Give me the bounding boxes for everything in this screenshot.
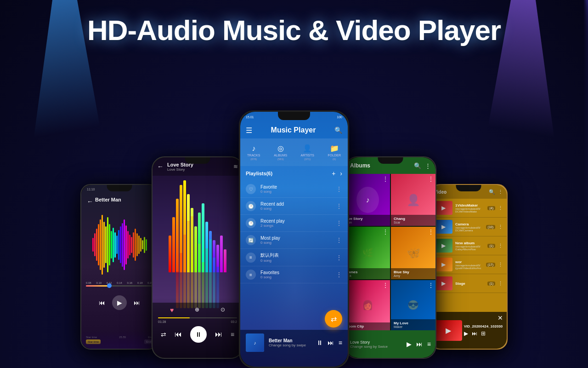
phone3-bottom-song-sub: Change song by swipe <box>269 343 312 347</box>
phone-video: Video 🔍 ⋮ ▶ 1VideoMaker /storage/emulate… <box>430 184 508 350</box>
video-item-new-album[interactable]: ▶ New album /storage/emulated/0/GalayAlb… <box>430 236 507 255</box>
phone1-prev-button[interactable]: ⏮ <box>99 299 105 306</box>
album-cell-games[interactable]: 🌿 ames ck ⋮ <box>345 227 390 279</box>
phone2-shuffle-icon[interactable]: ⇄ <box>161 331 166 338</box>
phone2-heart-icon[interactable]: ♥ <box>170 306 174 314</box>
most-play-more-icon[interactable]: ⋮ <box>336 236 342 244</box>
phone5-search-icon[interactable]: 🔍 <box>489 189 495 195</box>
album-cell-blue-sky[interactable]: 🦋 Blue Sky Amy ⋮ <box>391 227 435 279</box>
playlist-more-button[interactable]: › <box>340 170 342 177</box>
video4-more-icon[interactable]: ⋮ <box>498 262 503 268</box>
video2-more-icon[interactable]: ⋮ <box>498 224 503 230</box>
playlist-item-most-play[interactable]: 🔄 Most play 0 song ⋮ <box>240 232 348 249</box>
recent-play-count: 2 songs <box>260 224 331 228</box>
playlist-add-button[interactable]: + <box>332 170 335 177</box>
phone1-bottom-fade <box>81 330 158 349</box>
phone3-next-button[interactable]: ⏭ <box>328 339 334 346</box>
album-cell-room-clip[interactable]: 👩 oom Clip ⋮ <box>345 280 390 330</box>
phone2-add-icon[interactable]: ⊕ <box>195 306 199 314</box>
phone3-search-icon[interactable]: 🔍 <box>334 126 342 134</box>
video2-count: (10) <box>486 225 495 229</box>
video1-more-icon[interactable]: ⋮ <box>498 205 503 211</box>
playlist-item-default[interactable]: ≡ 默认列表 0 song ⋮ <box>240 249 348 266</box>
phone1-next-button[interactable]: ⏭ <box>134 299 140 306</box>
popup-grid-button[interactable]: ⊞ <box>481 330 486 337</box>
phone1-screen: 11:10 ← Better Man <box>81 185 158 349</box>
phone5-popup-close-button[interactable]: ✕ <box>498 314 503 322</box>
phone4-next-button[interactable]: ⏭ <box>416 340 423 348</box>
phone2-prev-button[interactable]: ⏮ <box>175 330 182 339</box>
phone2-list-icon[interactable]: ≡ <box>231 331 234 338</box>
phone4-more-icon[interactable]: ⋮ <box>425 162 431 169</box>
playlist-actions: + › <box>332 170 342 177</box>
phone1-song-title: Better Man <box>95 197 121 202</box>
video-item-camera[interactable]: ▶ Camera /storage/emulated/0/DCIM/Camera… <box>430 218 507 236</box>
album2-more-icon[interactable]: ⋮ <box>428 176 434 182</box>
phone2-equalizer-icon[interactable]: ≋ <box>233 163 238 170</box>
favorites-more-icon[interactable]: ⋮ <box>336 271 342 278</box>
phone2-progress-bar[interactable] <box>158 317 237 318</box>
default-list-more-icon[interactable]: ⋮ <box>336 254 342 261</box>
video-item-stage[interactable]: ▶ Stage (1) ⋮ <box>430 274 507 293</box>
album4-more-icon[interactable]: ⋮ <box>428 229 434 235</box>
phone1-back-icon[interactable]: ← <box>87 198 93 205</box>
video4-name: wor <box>455 260 483 264</box>
playlist-item-recent-add[interactable]: 🕐 Recent add 0 song ⋮ <box>240 198 348 215</box>
popup-video-name: VID_20200424_102030 <box>464 324 503 328</box>
video-item-wor[interactable]: ▶ wor /storage/emulated/0/ijjysdt/VideoE… <box>430 255 507 274</box>
recent-add-icon: 🕐 <box>246 201 256 211</box>
album-cell-love-story[interactable]: ♪ ve Story on ⋮ <box>345 174 390 226</box>
tab-albums[interactable]: ◎ ALBUMS (583) <box>267 138 294 166</box>
phone4-screen: Albums 🔍 ⋮ ♪ ve Story on ⋮ <box>345 157 435 358</box>
artists-icon: 👤 <box>303 144 312 153</box>
video3-more-icon[interactable]: ⋮ <box>498 243 503 249</box>
popup-play-button[interactable]: ▶ <box>464 330 468 337</box>
tab-folder[interactable]: 📁 FOLDER (6) <box>321 138 348 166</box>
phone4-search-icon[interactable]: 🔍 <box>414 162 421 169</box>
recent-play-more-icon[interactable]: ⋮ <box>336 219 342 227</box>
phone1-progress-thumb[interactable] <box>107 283 112 288</box>
favorites-count: 0 song <box>260 275 331 279</box>
album4-overlay: Blue Sky Amy <box>391 268 435 279</box>
favorite-more-icon[interactable]: ⋮ <box>336 185 342 193</box>
folder-icon: 📁 <box>330 144 339 153</box>
phone2-back-button[interactable]: ← <box>157 163 164 170</box>
phone3-shuffle-fab[interactable]: ⇄ <box>325 310 342 328</box>
phone1-waveform <box>84 210 155 279</box>
album-cell-chang[interactable]: 👤 Chang Scar ⋮ <box>391 174 435 226</box>
phone4-play-button[interactable]: ▶ <box>407 340 412 348</box>
album3-more-icon[interactable]: ⋮ <box>383 229 388 235</box>
phone1-progress-bar[interactable] <box>86 285 153 287</box>
phone3-playlist-button[interactable]: ≡ <box>339 339 342 346</box>
recent-add-more-icon[interactable]: ⋮ <box>336 202 342 210</box>
phone4-playlist-button[interactable]: ≡ <box>427 340 431 348</box>
phone3-playlist-header: Playlists(6) + › <box>240 166 348 181</box>
tracks-label: TRACKS <box>247 154 260 157</box>
phone1-play-button[interactable]: ▶ <box>112 295 127 310</box>
popup-video-info: VID_20200424_102030 ▶ ⏭ ⊞ <box>464 324 503 337</box>
album6-more-icon[interactable]: ⋮ <box>428 282 434 288</box>
playlist-item-recent-play[interactable]: 🕐 Recent play 2 songs ⋮ <box>240 215 348 232</box>
album1-more-icon[interactable]: ⋮ <box>383 176 388 182</box>
popup-next-button[interactable]: ⏭ <box>472 330 477 337</box>
tracks-count: (878) <box>250 158 257 161</box>
phone5-more-icon[interactable]: ⋮ <box>498 189 503 195</box>
video5-more-icon[interactable]: ⋮ <box>498 281 503 287</box>
phone2-play-button[interactable]: ⏸ <box>190 326 207 343</box>
albums-icon: ◎ <box>277 144 284 153</box>
album-cell-my-love[interactable]: 😎 My Love Maker ⋮ <box>391 280 435 330</box>
phone1-progress-area[interactable]: 0.080.100.120.140.160.180.20 <box>86 282 153 287</box>
playlist-item-favorites[interactable]: ≡ Favorites 0 song ⋮ <box>240 266 348 283</box>
tab-tracks[interactable]: ♪ TRACKS (878) <box>240 138 267 166</box>
phone3-menu-icon[interactable]: ☰ <box>246 126 252 135</box>
phone2-zoom-icon[interactable]: ⊙ <box>220 306 225 314</box>
phone2-next-button[interactable]: ⏭ <box>215 330 222 339</box>
playlist-item-favorite[interactable]: ♡ Favorite 0 song ⋮ <box>240 181 348 198</box>
tab-artists[interactable]: 👤 ARTISTS (371) <box>294 138 321 166</box>
album5-more-icon[interactable]: ⋮ <box>383 282 388 288</box>
phone3-bottom-song-title: Better Man <box>269 338 312 343</box>
phone3-pause-button[interactable]: ⏸ <box>317 339 323 346</box>
phone5-header-icons: 🔍 ⋮ <box>489 189 503 195</box>
video-item-videomaker[interactable]: ▶ 1VideoMaker /storage/emulated/0/DCIM/V… <box>430 199 507 218</box>
popup-video-thumb: ▶ <box>435 320 462 341</box>
